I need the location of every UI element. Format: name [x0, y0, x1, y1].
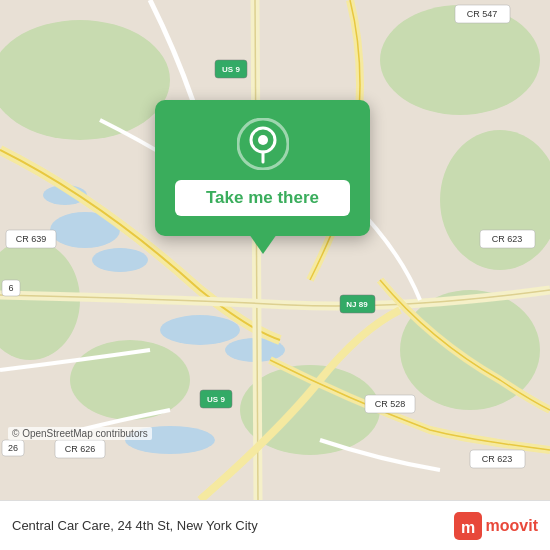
location-popup: Take me there — [155, 100, 370, 236]
location-label: Central Car Care, 24 4th St, New York Ci… — [12, 518, 258, 533]
svg-text:US 9: US 9 — [207, 395, 225, 404]
svg-text:m: m — [460, 519, 474, 536]
svg-point-38 — [258, 135, 268, 145]
svg-text:CR 623: CR 623 — [482, 454, 513, 464]
svg-text:US 9: US 9 — [222, 65, 240, 74]
location-pin-icon — [237, 118, 289, 170]
take-me-there-button[interactable]: Take me there — [175, 180, 350, 216]
svg-text:CR 528: CR 528 — [375, 399, 406, 409]
svg-text:26: 26 — [8, 443, 18, 453]
map-attribution: © OpenStreetMap contributors — [8, 427, 152, 440]
svg-text:NJ 89: NJ 89 — [346, 300, 368, 309]
moovit-brand-icon: m — [454, 512, 482, 540]
svg-point-9 — [92, 248, 148, 272]
svg-text:CR 547: CR 547 — [467, 9, 498, 19]
info-bar: Central Car Care, 24 4th St, New York Ci… — [0, 500, 550, 550]
map-container: CR 547 US 9 CR 639 NJ 89 CR 623 CR 528 C… — [0, 0, 550, 500]
svg-text:6: 6 — [8, 283, 13, 293]
svg-text:CR 623: CR 623 — [492, 234, 523, 244]
svg-point-10 — [160, 315, 240, 345]
moovit-label: moovit — [486, 517, 538, 535]
svg-text:CR 626: CR 626 — [65, 444, 96, 454]
moovit-logo: m moovit — [454, 512, 538, 540]
svg-text:CR 639: CR 639 — [16, 234, 47, 244]
